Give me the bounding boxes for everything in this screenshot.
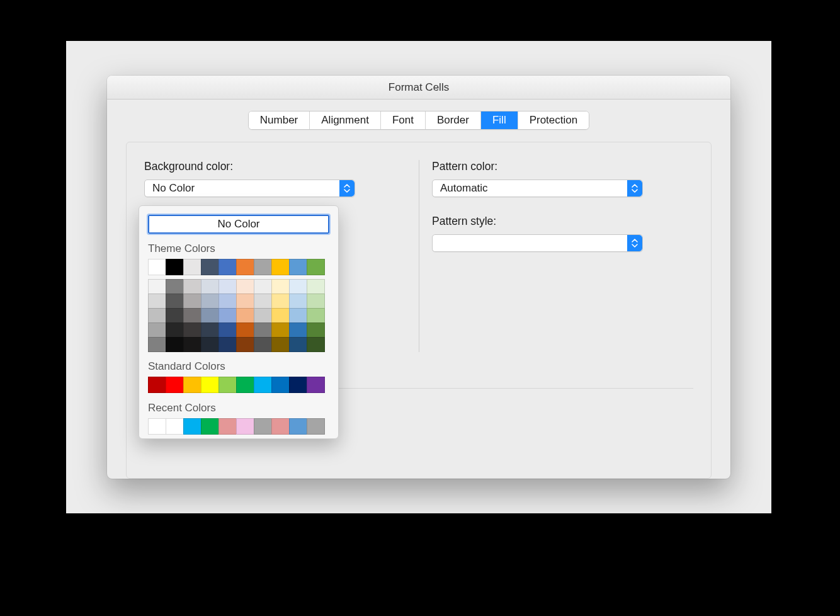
pattern-style-label: Pattern style: (432, 215, 671, 228)
color-swatch[interactable] (271, 259, 290, 275)
background-color-value: No Color (152, 182, 195, 195)
color-swatch[interactable] (307, 259, 325, 275)
color-swatch[interactable] (307, 322, 325, 338)
theme-shade-column (236, 279, 254, 351)
color-swatch[interactable] (307, 377, 325, 393)
color-swatch[interactable] (254, 259, 272, 275)
color-swatch[interactable] (148, 337, 166, 352)
color-swatch[interactable] (271, 377, 290, 393)
tab-number[interactable]: Number (249, 111, 310, 129)
color-swatch[interactable] (148, 259, 166, 275)
color-swatch[interactable] (289, 308, 307, 323)
theme-shade-column (254, 279, 271, 351)
color-swatch[interactable] (289, 337, 307, 352)
color-swatch[interactable] (236, 308, 254, 323)
pattern-color-select[interactable]: Automatic (432, 180, 643, 197)
outer-backdrop: Format Cells Number Alignment Font Borde… (66, 41, 771, 513)
color-swatch[interactable] (271, 279, 290, 294)
tab-border[interactable]: Border (426, 111, 481, 129)
color-swatch[interactable] (236, 279, 254, 294)
color-swatch[interactable] (148, 279, 166, 294)
color-swatch[interactable] (166, 308, 184, 323)
theme-shade-column (201, 279, 219, 351)
color-swatch[interactable] (183, 418, 201, 435)
background-color-select[interactable]: No Color No Color Theme Colors Standard … (144, 180, 355, 197)
color-swatch[interactable] (236, 377, 254, 393)
color-swatch[interactable] (271, 294, 290, 309)
tab-alignment[interactable]: Alignment (310, 111, 381, 129)
theme-shade-column (166, 279, 183, 351)
color-picker-popover: No Color Theme Colors Standard Colors Re… (139, 205, 339, 439)
pattern-style-select[interactable] (432, 234, 643, 252)
color-swatch[interactable] (183, 377, 201, 393)
color-swatch[interactable] (289, 294, 307, 309)
color-swatch[interactable] (201, 279, 219, 294)
tab-fill[interactable]: Fill (481, 111, 518, 129)
color-swatch[interactable] (166, 322, 184, 338)
color-swatch[interactable] (254, 418, 272, 435)
color-swatch[interactable] (201, 377, 219, 393)
tab-protection[interactable]: Protection (518, 111, 589, 129)
color-swatch[interactable] (148, 418, 166, 435)
color-swatch[interactable] (289, 377, 307, 393)
color-swatch[interactable] (183, 337, 201, 352)
color-swatch[interactable] (254, 294, 272, 309)
color-swatch[interactable] (183, 322, 201, 338)
color-swatch[interactable] (289, 279, 307, 294)
color-swatch[interactable] (307, 418, 325, 435)
color-swatch[interactable] (201, 418, 219, 435)
color-swatch[interactable] (271, 337, 290, 352)
color-swatch[interactable] (254, 337, 272, 352)
color-swatch[interactable] (166, 337, 184, 352)
color-swatch[interactable] (271, 308, 290, 323)
color-swatch[interactable] (201, 337, 219, 352)
color-swatch[interactable] (307, 279, 325, 294)
color-swatch[interactable] (271, 418, 290, 435)
color-swatch[interactable] (254, 308, 272, 323)
color-swatch[interactable] (236, 337, 254, 352)
color-swatch[interactable] (219, 308, 237, 323)
color-swatch[interactable] (307, 294, 325, 309)
color-swatch[interactable] (166, 294, 184, 309)
vertical-divider (419, 160, 419, 352)
color-swatch[interactable] (148, 294, 166, 309)
color-swatch[interactable] (201, 308, 219, 323)
color-swatch[interactable] (254, 377, 272, 393)
color-swatch[interactable] (289, 259, 307, 275)
color-swatch[interactable] (289, 418, 307, 435)
no-color-button[interactable]: No Color (148, 215, 329, 234)
color-swatch[interactable] (219, 337, 237, 352)
color-swatch[interactable] (183, 279, 201, 294)
color-swatch[interactable] (236, 294, 254, 309)
color-swatch[interactable] (236, 322, 254, 338)
color-swatch[interactable] (183, 259, 201, 275)
color-swatch[interactable] (166, 377, 184, 393)
color-swatch[interactable] (201, 322, 219, 338)
color-swatch[interactable] (148, 377, 166, 393)
tab-font[interactable]: Font (381, 111, 426, 129)
color-swatch[interactable] (307, 337, 325, 352)
theme-shade-column (307, 279, 324, 351)
color-swatch[interactable] (254, 279, 272, 294)
color-swatch[interactable] (166, 418, 184, 435)
color-swatch[interactable] (166, 279, 184, 294)
color-swatch[interactable] (307, 308, 325, 323)
color-swatch[interactable] (219, 377, 237, 393)
color-swatch[interactable] (219, 259, 237, 275)
color-swatch[interactable] (166, 259, 184, 275)
color-swatch[interactable] (183, 308, 201, 323)
color-swatch[interactable] (289, 322, 307, 338)
color-swatch[interactable] (236, 259, 254, 275)
color-swatch[interactable] (254, 322, 272, 338)
color-swatch[interactable] (148, 308, 166, 323)
color-swatch[interactable] (201, 259, 219, 275)
color-swatch[interactable] (219, 279, 237, 294)
color-swatch[interactable] (219, 418, 237, 435)
color-swatch[interactable] (271, 322, 290, 338)
color-swatch[interactable] (183, 294, 201, 309)
color-swatch[interactable] (148, 322, 166, 338)
color-swatch[interactable] (219, 294, 237, 309)
color-swatch[interactable] (201, 294, 219, 309)
color-swatch[interactable] (219, 322, 237, 338)
color-swatch[interactable] (236, 418, 254, 435)
